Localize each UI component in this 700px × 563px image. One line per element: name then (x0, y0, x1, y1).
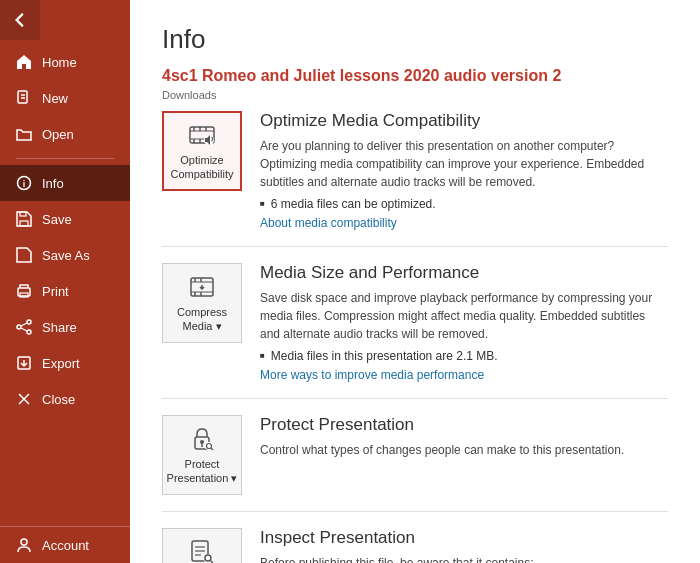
svg-point-9 (27, 320, 31, 324)
svg-point-18 (21, 539, 27, 545)
compress-content: Media Size and Performance Save disk spa… (260, 263, 668, 382)
compress-icon-box[interactable]: Compress Media ▾ (162, 263, 242, 343)
protect-icon-label: Protect Presentation ▾ (163, 457, 241, 486)
sidebar-item-new-label: New (42, 91, 68, 106)
compress-section: Compress Media ▾ Media Size and Performa… (162, 263, 668, 399)
sidebar-item-share[interactable]: Share (0, 309, 130, 345)
svg-line-13 (21, 328, 27, 331)
sidebar-item-saveas[interactable]: Save As (0, 237, 130, 273)
sidebar-item-share-label: Share (42, 320, 77, 335)
sidebar-item-account[interactable]: Account (0, 527, 130, 563)
sidebar-spacer (0, 417, 130, 526)
svg-text:i: i (23, 179, 26, 189)
sidebar-item-print[interactable]: Print (0, 273, 130, 309)
optimize-icon-label: Optimize Compatibility (164, 153, 240, 182)
sidebar: Home New Open i Info Save Save As Print (0, 0, 130, 563)
svg-line-41 (211, 448, 213, 450)
sidebar-item-info[interactable]: i Info (0, 165, 130, 201)
sidebar-item-open-label: Open (42, 127, 74, 142)
sidebar-item-new[interactable]: New (0, 80, 130, 116)
optimize-icon-box[interactable]: Optimize Compatibility (162, 111, 242, 191)
compress-icon-label: Compress Media ▾ (163, 305, 241, 334)
inspect-desc: Before publishing this file, be aware th… (260, 554, 668, 563)
main-content: Info 4sc1 Romeo and Juliet lessons 2020 … (130, 0, 700, 563)
sidebar-item-info-label: Info (42, 176, 64, 191)
compress-link[interactable]: More ways to improve media performance (260, 368, 484, 382)
sidebar-item-export-label: Export (42, 356, 80, 371)
sidebar-item-open[interactable]: Open (0, 116, 130, 152)
inspect-title: Inspect Presentation (260, 528, 668, 548)
protect-icon-box[interactable]: Protect Presentation ▾ (162, 415, 242, 495)
sidebar-nav: Home New Open i Info Save Save As Print (0, 40, 130, 417)
sidebar-item-save-label: Save (42, 212, 72, 227)
protect-desc: Control what types of changes people can… (260, 441, 668, 459)
optimize-title: Optimize Media Compatibility (260, 111, 668, 131)
protect-content: Protect Presentation Control what types … (260, 415, 668, 465)
sidebar-divider-1 (16, 158, 114, 159)
compress-bullet-0: Media files in this presentation are 2.1… (260, 349, 668, 363)
sidebar-item-saveas-label: Save As (42, 248, 90, 263)
inspect-content: Inspect Presentation Before publishing t… (260, 528, 668, 563)
optimize-section: Optimize Compatibility Optimize Media Co… (162, 111, 668, 247)
protect-title: Protect Presentation (260, 415, 668, 435)
back-button[interactable] (0, 0, 40, 40)
inspect-icon-box[interactable]: Check for Issues ▾ (162, 528, 242, 563)
sidebar-item-export[interactable]: Export (0, 345, 130, 381)
sidebar-item-home[interactable]: Home (0, 44, 130, 80)
svg-point-37 (200, 440, 204, 444)
downloads-label: Downloads (162, 89, 668, 101)
svg-line-12 (21, 323, 27, 326)
doc-title: 4sc1 Romeo and Juliet lessons 2020 audio… (162, 67, 668, 85)
optimize-content: Optimize Media Compatibility Are you pla… (260, 111, 668, 230)
sidebar-bottom: Account (0, 526, 130, 563)
svg-rect-0 (18, 91, 27, 103)
sidebar-item-print-label: Print (42, 284, 69, 299)
optimize-desc: Are you planning to deliver this present… (260, 137, 668, 191)
sidebar-item-close-label: Close (42, 392, 75, 407)
compress-desc: Save disk space and improve playback per… (260, 289, 668, 343)
sidebar-item-home-label: Home (42, 55, 77, 70)
svg-point-11 (17, 325, 21, 329)
sidebar-item-account-label: Account (42, 538, 89, 553)
inspect-section: Check for Issues ▾ Inspect Presentation … (162, 528, 668, 563)
optimize-link[interactable]: About media compatibility (260, 216, 397, 230)
optimize-bullet-0: 6 media files can be optimized. (260, 197, 668, 211)
protect-section: Protect Presentation ▾ Protect Presentat… (162, 415, 668, 512)
svg-point-10 (27, 330, 31, 334)
page-title: Info (162, 24, 668, 55)
sidebar-item-save[interactable]: Save (0, 201, 130, 237)
compress-title: Media Size and Performance (260, 263, 668, 283)
sidebar-item-close[interactable]: Close (0, 381, 130, 417)
